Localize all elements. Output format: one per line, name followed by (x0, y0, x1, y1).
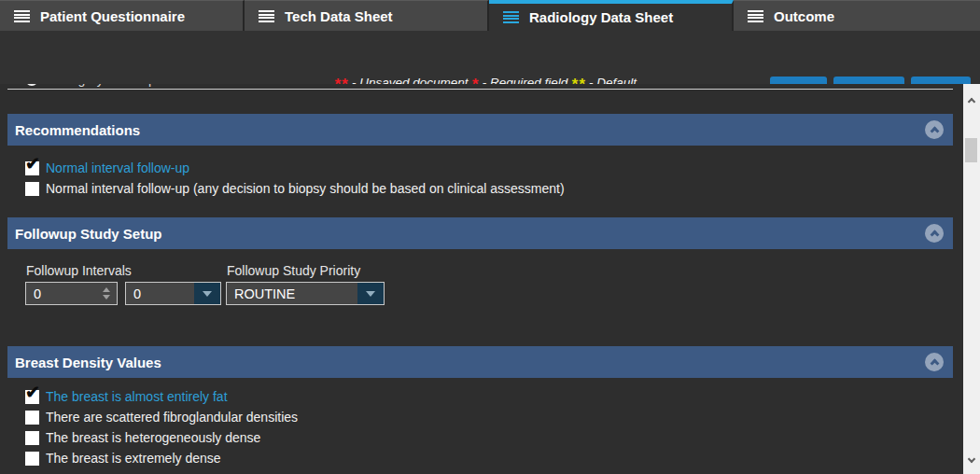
dropdown-open-button[interactable] (194, 283, 220, 304)
tab-label: Patient Questionnaire (40, 8, 185, 24)
checkbox-unchecked-icon (25, 431, 39, 445)
checkbox-label: The breast is almost entirely fat (46, 389, 228, 404)
radiology-data-sheet-app: Patient Questionnaire Tech Data Sheet Ra… (0, 0, 980, 474)
followup-intervals-label: Followup Intervals (26, 263, 132, 278)
checkbox-checked-icon: ✔ (25, 161, 39, 175)
section-title: Followup Study Setup (15, 226, 162, 242)
checkbox-label: Normal interval follow-up (46, 160, 189, 175)
spinner-arrows[interactable] (103, 283, 110, 304)
scrollbar-thumb[interactable] (965, 138, 977, 162)
checkbox-option-normal-interval-followup[interactable]: ✔ Normal interval follow-up (25, 160, 189, 175)
tab-tech-data-sheet[interactable]: Tech Data Sheet (245, 0, 489, 31)
hamburger-icon (259, 10, 274, 22)
chevron-up-icon (968, 97, 975, 105)
tab-outcome[interactable]: Outcome (734, 0, 980, 31)
checkbox-option-extremely-dense[interactable]: The breast is extremely dense (25, 451, 221, 466)
spinner-down-icon (103, 295, 110, 300)
checkbox-label: Normal interval follow-up (any decision … (46, 181, 565, 196)
followup-study-priority-label: Followup Study Priority (227, 263, 360, 278)
chevron-down-icon (968, 454, 975, 462)
followup-interval-count-spinner (25, 282, 118, 305)
collapse-section-button[interactable] (925, 224, 944, 243)
followup-study-setup-section-header: Followup Study Setup (7, 217, 953, 249)
checkbox-unchecked-icon (25, 411, 39, 425)
section-title: Recommendations (15, 122, 140, 138)
collapse-section-button[interactable] (925, 120, 944, 139)
form-scroll-area: Category 4 - Suspicious Recommendations … (0, 84, 980, 474)
radio-option-label: Category 4 - Suspicious (50, 84, 189, 87)
checkbox-option-scattered-fibroglandular[interactable]: There are scattered fibroglandular densi… (25, 410, 298, 425)
checkmark-icon: ✔ (25, 383, 40, 401)
tab-bar: Patient Questionnaire Tech Data Sheet Ra… (0, 0, 980, 31)
radio-icon (25, 84, 38, 86)
tab-label: Radiology Data Sheet (529, 9, 673, 25)
tab-radiology-data-sheet[interactable]: Radiology Data Sheet (489, 0, 734, 31)
section-divider-line (7, 89, 953, 90)
checkbox-label: The breast is extremely dense (46, 451, 221, 466)
hamburger-icon (748, 10, 763, 22)
dropdown-selected-value: ROUTINE (227, 286, 295, 301)
checkbox-option-almost-entirely-fat[interactable]: ✔ The breast is almost entirely fat (25, 389, 228, 404)
tab-label: Tech Data Sheet (285, 8, 393, 24)
dropdown-open-button[interactable] (357, 283, 384, 304)
header-bar: Reading Physician ADMIN, NAME ** - Unsav… (0, 31, 980, 84)
checkbox-checked-icon: ✔ (25, 390, 39, 404)
followup-interval-unit-dropdown[interactable]: 0 (125, 282, 221, 305)
vertical-scrollbar[interactable] (963, 84, 980, 474)
checkbox-label: The breast is heterogeneously dense (46, 430, 260, 445)
hamburger-icon (14, 10, 30, 22)
radio-option-category-4[interactable]: Category 4 - Suspicious (25, 84, 189, 87)
tab-patient-questionnaire[interactable]: Patient Questionnaire (0, 0, 245, 31)
chevron-up-icon (930, 359, 939, 369)
followup-study-priority-dropdown[interactable]: ROUTINE (226, 282, 385, 305)
checkbox-unchecked-icon (25, 182, 39, 196)
chevron-down-icon (366, 291, 375, 297)
section-title: Breast Density Values (15, 355, 161, 370)
recommendations-section-header: Recommendations (7, 114, 953, 146)
checkbox-unchecked-icon (25, 452, 39, 466)
hamburger-icon (503, 11, 519, 23)
scroll-up-button[interactable] (963, 90, 980, 110)
collapse-section-button[interactable] (925, 353, 944, 371)
breast-density-values-section-header: Breast Density Values (7, 346, 953, 378)
chevron-up-icon (930, 127, 939, 136)
chevron-down-icon (203, 291, 212, 297)
chevron-up-icon (930, 230, 939, 240)
spinner-up-icon (103, 287, 110, 292)
tab-label: Outcome (774, 8, 834, 24)
dropdown-selected-value: 0 (126, 286, 141, 301)
checkbox-option-normal-interval-followup-biopsy[interactable]: Normal interval follow-up (any decision … (25, 181, 565, 196)
scroll-down-button[interactable] (963, 450, 980, 470)
checkbox-label: There are scattered fibroglandular densi… (46, 410, 298, 425)
checkmark-icon: ✔ (25, 155, 40, 173)
checkbox-option-heterogeneously-dense[interactable]: The breast is heterogeneously dense (25, 430, 260, 445)
